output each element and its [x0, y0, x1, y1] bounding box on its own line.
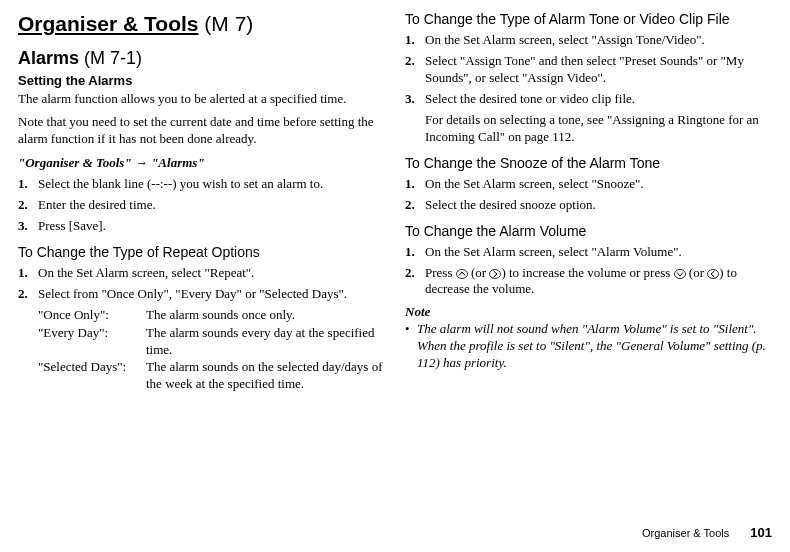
note-text: The alarm will not sound when "Alarm Vol… — [417, 321, 772, 372]
alarms-menu-code: (M 7-1) — [84, 48, 142, 68]
volume-steps: 1.On the Set Alarm screen, select "Alarm… — [405, 244, 772, 299]
nav-path: "Organiser & Tools" → "Alarms" — [18, 155, 385, 172]
left-key-icon — [707, 269, 719, 279]
svg-point-1 — [490, 269, 501, 278]
arrow-icon: → — [135, 155, 151, 170]
alarms-heading: Alarms (M 7-1) — [18, 47, 385, 70]
note-label: Note — [405, 304, 772, 321]
list-item: 1.On the Set Alarm screen, select "Snooz… — [405, 176, 772, 193]
list-item: 1.On the Set Alarm screen, select "Repea… — [18, 265, 385, 282]
list-item: 2.Select the desired snooze option. — [405, 197, 772, 214]
list-item: 3.Select the desired tone or video clip … — [405, 91, 772, 108]
down-key-icon — [674, 269, 686, 279]
right-column: To Change the Type of Alarm Tone or Vide… — [405, 10, 772, 397]
footer-section: Organiser & Tools — [642, 527, 729, 539]
list-item: 1.On the Set Alarm screen, select "Assig… — [405, 32, 772, 49]
alarms-heading-text: Alarms — [18, 48, 79, 68]
page-title: Organiser & Tools (M 7) — [18, 10, 385, 37]
note-item: • The alarm will not sound when "Alarm V… — [405, 321, 772, 372]
title-text: Organiser & Tools — [18, 12, 198, 35]
page-number: 101 — [750, 525, 772, 540]
nav-prefix: "Organiser & Tools" — [18, 155, 132, 170]
tone-subtext: For details on selecting a tone, see "As… — [425, 112, 772, 146]
setting-alarms-heading: Setting the Alarms — [18, 73, 385, 90]
list-item: 2.Select "Assign Tone" and then select "… — [405, 53, 772, 87]
tone-heading: To Change the Type of Alarm Tone or Vide… — [405, 10, 772, 28]
repeat-heading: To Change the Type of Repeat Options — [18, 243, 385, 261]
snooze-heading: To Change the Snooze of the Alarm Tone — [405, 154, 772, 172]
alarm-setup-steps: 1.Select the blank line (--:--) you wish… — [18, 176, 385, 235]
list-item: 1.On the Set Alarm screen, select "Alarm… — [405, 244, 772, 261]
list-item: 2.Select from "Once Only", "Every Day" o… — [18, 286, 385, 303]
svg-point-0 — [456, 269, 467, 278]
title-menu-code: (M 7) — [204, 12, 253, 35]
repeat-definitions: "Once Only": The alarm sounds once only.… — [38, 307, 385, 393]
repeat-steps: 1.On the Set Alarm screen, select "Repea… — [18, 265, 385, 303]
svg-point-3 — [708, 269, 719, 278]
list-item: "Selected Days": The alarm sounds on the… — [38, 359, 385, 393]
tone-steps: 1.On the Set Alarm screen, select "Assig… — [405, 32, 772, 108]
intro-text: The alarm function allows you to be aler… — [18, 91, 385, 108]
left-column: Organiser & Tools (M 7) Alarms (M 7-1) S… — [18, 10, 385, 397]
snooze-steps: 1.On the Set Alarm screen, select "Snooz… — [405, 176, 772, 214]
right-key-icon — [489, 269, 501, 279]
page-footer: Organiser & Tools 101 — [642, 525, 772, 542]
up-key-icon — [456, 269, 468, 279]
list-item: 3.Press [Save]. — [18, 218, 385, 235]
list-item: 1.Select the blank line (--:--) you wish… — [18, 176, 385, 193]
prereq-text: Note that you need to set the current da… — [18, 114, 385, 148]
list-item: "Every Day": The alarm sounds every day … — [38, 325, 385, 359]
list-item: 2. Press (or ) to increase the volume or… — [405, 265, 772, 299]
nav-suffix: "Alarms" — [151, 155, 204, 170]
volume-heading: To Change the Alarm Volume — [405, 222, 772, 240]
list-item: "Once Only": The alarm sounds once only. — [38, 307, 385, 324]
svg-point-2 — [674, 269, 685, 278]
list-item: 2.Enter the desired time. — [18, 197, 385, 214]
